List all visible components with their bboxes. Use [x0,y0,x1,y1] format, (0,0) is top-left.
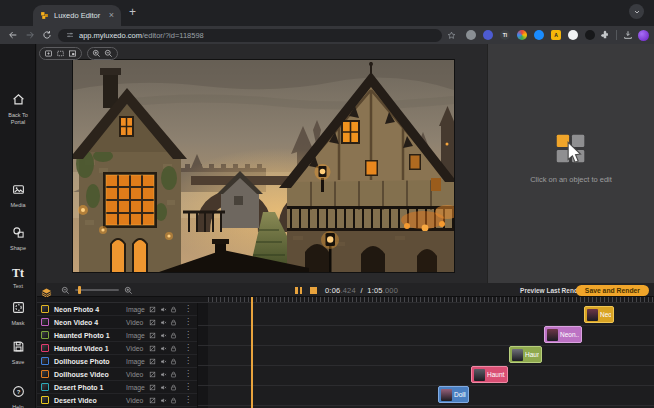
selection-box-icon[interactable] [56,49,65,58]
extensions-puzzle-icon[interactable] [600,30,610,40]
kebab-menu-icon[interactable]: ⋮ [184,370,192,378]
site-settings-icon[interactable] [66,31,74,39]
address-bar[interactable]: app.myluxedo.com/editor/?id=118598 [58,29,442,42]
track-row[interactable]: Dollhouse VideoVideo⋮ [37,368,197,381]
audio-mute-icon[interactable] [160,358,167,365]
a-extension-icon[interactable]: A [551,30,561,40]
audio-mute-icon[interactable] [160,397,167,404]
image-disabled-icon[interactable] [149,306,156,313]
audio-mute-icon[interactable] [160,384,167,391]
track-row[interactable]: Desert VideoVideo⋮ [37,394,197,407]
preview-last-render-button[interactable]: Preview Last Render [520,287,584,294]
track-thumbnail [41,344,49,352]
shield-extension-icon[interactable] [466,30,476,40]
timeline-clip[interactable]: Dollh... [438,386,469,403]
sidebar-item-text[interactable]: TtText [0,263,36,290]
image-disabled-icon[interactable] [149,332,156,339]
stop-icon[interactable] [310,287,317,294]
sidebar-item-media[interactable]: Media [0,182,36,209]
reload-icon[interactable] [41,29,53,41]
audio-mute-icon[interactable] [160,306,167,313]
fit-to-screen-icon[interactable] [44,49,53,58]
timeline-zoom-out-icon[interactable] [61,286,70,295]
kebab-menu-icon[interactable]: ⋮ [184,331,192,339]
audio-mute-icon[interactable] [160,319,167,326]
timeline-lanes[interactable]: Neo...Neon...Haun...Haunt...Dollh... [198,303,654,408]
sidebar-item-mask[interactable]: Mask [0,300,36,327]
audio-mute-icon[interactable] [160,345,167,352]
home-icon [12,92,25,110]
audio-mute-icon[interactable] [160,371,167,378]
track-type: Video [126,397,143,404]
audio-mute-icon[interactable] [160,332,167,339]
image-disabled-icon[interactable] [149,319,156,326]
track-row[interactable]: Dollhouse PhotoImage⋮ [37,355,197,368]
ti-extension-icon[interactable]: TI [500,30,510,40]
rainbow-extension-icon[interactable] [517,30,527,40]
back-icon[interactable] [7,29,19,41]
track-row[interactable]: Neon Video 4Video⋮ [37,316,197,329]
presentation-view-icon[interactable] [68,49,77,58]
zoom-slider-thumb[interactable] [78,286,81,294]
image-disabled-icon[interactable] [149,371,156,378]
sidebar-item-save[interactable]: Save [0,339,36,366]
downloads-icon[interactable] [623,30,633,40]
editor-canvas-area[interactable] [37,44,487,283]
forward-icon[interactable] [24,29,36,41]
lock-icon[interactable] [170,332,177,339]
object-select-cursor-icon [552,130,590,168]
image-disabled-icon[interactable] [149,397,156,404]
timeline-clip[interactable]: Haunt... [471,366,508,383]
bookmark-star-icon[interactable] [447,31,456,40]
sidebar-item-help[interactable]: ?Help [0,384,36,408]
kebab-menu-icon[interactable]: ⋮ [184,383,192,391]
timeline-clip[interactable]: Haun... [509,346,542,363]
browser-tab[interactable]: Luxedo Editor × [33,5,121,26]
canvas-image[interactable] [73,60,454,272]
kebab-menu-icon[interactable]: ⋮ [184,318,192,326]
image-disabled-icon[interactable] [149,384,156,391]
new-tab-button[interactable]: + [129,6,136,18]
kebab-menu-icon[interactable]: ⋮ [184,305,192,313]
image-disabled-icon[interactable] [149,358,156,365]
kebab-menu-icon[interactable]: ⋮ [184,357,192,365]
track-row[interactable]: Haunted Photo 1Image⋮ [37,329,197,342]
sidebar-item-label: Save [2,359,34,366]
pause-icon[interactable] [295,287,302,294]
lock-icon[interactable] [170,397,177,404]
timeline-zoom-slider[interactable] [75,289,119,291]
zoom-in-icon[interactable] [92,49,101,58]
canvas-zoom-group [87,47,118,60]
sidebar-item-shape[interactable]: Shape [0,225,36,252]
white-extension-icon[interactable] [568,30,578,40]
lock-icon[interactable] [170,319,177,326]
indigo-extension-icon[interactable] [483,30,493,40]
save-and-render-button[interactable]: Save and Render [576,285,649,296]
image-disabled-icon[interactable] [149,345,156,352]
track-row[interactable]: Desert Photo 1Image⋮ [37,381,197,394]
lock-icon[interactable] [170,384,177,391]
lock-icon[interactable] [170,345,177,352]
track-row[interactable]: Neon Photo 4Image⋮ [37,303,197,316]
kebab-menu-icon[interactable]: ⋮ [184,344,192,352]
lock-icon[interactable] [170,371,177,378]
profile-avatar[interactable] [638,30,649,41]
track-thumbnail [41,305,49,313]
lock-icon[interactable] [170,358,177,365]
kebab-menu-icon[interactable]: ⋮ [184,396,192,404]
tab-close-icon[interactable]: × [109,11,114,20]
track-type: Video [126,371,143,378]
timeline-zoom-in-icon[interactable] [124,286,133,295]
playhead[interactable] [251,297,253,408]
zoom-out-icon[interactable] [104,49,113,58]
timeline-clip[interactable]: Neo... [584,306,614,323]
mask-icon [12,300,25,318]
blue-extension-icon[interactable] [534,30,544,40]
track-type: Image [126,384,145,391]
tab-search-chevron-icon[interactable] [629,4,644,19]
sidebar-item-home[interactable]: Back To Portal [0,92,36,126]
timeline-clip[interactable]: Neon... [544,326,582,343]
lock-icon[interactable] [170,306,177,313]
dark-extension-icon[interactable] [585,30,595,40]
track-row[interactable]: Haunted Video 1Video⋮ [37,342,197,355]
